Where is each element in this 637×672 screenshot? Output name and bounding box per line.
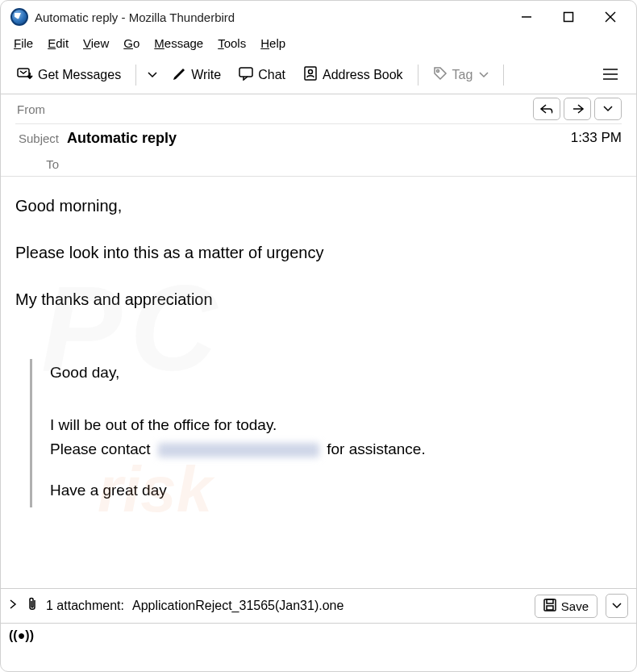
subject-value: Automatic reply <box>67 130 177 147</box>
quoted-line-4: Have a great day <box>50 480 622 502</box>
svg-point-7 <box>309 70 313 74</box>
from-label: From <box>15 102 67 116</box>
main-toolbar: Get Messages Write Chat Address Book Tag <box>1 56 636 94</box>
tag-label: Tag <box>452 68 473 82</box>
chevron-down-icon <box>148 72 157 78</box>
address-book-icon <box>303 66 318 84</box>
message-body: Good morning, Please look into this as a… <box>1 177 636 588</box>
close-button[interactable] <box>589 2 631 32</box>
minimize-button[interactable] <box>506 2 547 32</box>
attachment-filename[interactable]: ApplicationReject_31565(Jan31).one <box>132 599 343 613</box>
body-line-1: Good morning, <box>15 194 622 217</box>
chat-icon <box>239 66 253 84</box>
quoted-reply: Good day, I will be out of the office fo… <box>30 359 622 507</box>
chevron-down-icon <box>479 72 489 78</box>
svg-rect-12 <box>544 599 556 611</box>
svg-point-8 <box>436 70 439 73</box>
chat-button[interactable]: Chat <box>232 61 292 89</box>
status-bar: ((●)) <box>1 623 636 648</box>
pencil-icon <box>172 66 186 84</box>
menu-view[interactable]: View <box>83 36 109 50</box>
thunderbird-app-icon <box>10 8 28 26</box>
forward-button[interactable] <box>564 98 591 120</box>
menu-go[interactable]: Go <box>123 36 139 50</box>
window-title: Automatic reply - Mozilla Thunderbird <box>35 10 235 24</box>
message-time: 1:33 PM <box>571 130 622 146</box>
activity-indicator-icon: ((●)) <box>9 628 34 643</box>
svg-rect-13 <box>547 599 553 603</box>
menu-file[interactable]: File <box>14 36 33 50</box>
body-line-2: Please look into this as a matter of urg… <box>15 241 622 264</box>
attachment-count: 1 attachment: <box>46 599 124 613</box>
svg-rect-14 <box>547 606 553 610</box>
menu-tools[interactable]: Tools <box>218 36 246 50</box>
message-headers: From Subject Automatic reply 1:33 PM To <box>1 94 636 177</box>
tag-button[interactable]: Tag <box>427 61 496 89</box>
svg-rect-1 <box>564 13 573 22</box>
address-book-button[interactable]: Address Book <box>297 61 410 89</box>
expand-attachment-button[interactable] <box>9 599 17 613</box>
save-attachment-button[interactable]: Save <box>535 595 597 618</box>
get-messages-dropdown[interactable] <box>144 67 160 83</box>
write-label: Write <box>191 68 221 82</box>
menu-help[interactable]: Help <box>260 36 285 50</box>
chat-label: Chat <box>258 68 285 82</box>
paperclip-icon <box>25 596 38 616</box>
maximize-button[interactable] <box>547 2 589 32</box>
attachment-bar: 1 attachment: ApplicationReject_31565(Ja… <box>1 588 636 623</box>
save-icon <box>543 599 556 614</box>
quoted-line-3: Please contact for assistance. <box>50 439 622 461</box>
get-messages-label: Get Messages <box>38 68 121 82</box>
svg-rect-5 <box>239 68 252 77</box>
reply-button[interactable] <box>533 98 560 120</box>
menu-edit[interactable]: Edit <box>48 36 69 50</box>
app-menu-button[interactable] <box>594 61 627 89</box>
download-icon <box>17 66 33 84</box>
redacted-contact <box>158 443 319 457</box>
write-button[interactable]: Write <box>165 61 227 89</box>
to-label: To <box>15 157 67 171</box>
menu-message[interactable]: Message <box>154 36 203 50</box>
tag-icon <box>433 66 448 84</box>
menu-bar: File Edit View Go Message Tools Help <box>1 33 636 56</box>
subject-label: Subject <box>15 131 67 145</box>
quoted-line-2: I will be out of the office for today. <box>50 415 622 436</box>
save-label: Save <box>561 599 589 613</box>
address-book-label: Address Book <box>323 68 403 82</box>
get-messages-button[interactable]: Get Messages <box>10 61 127 89</box>
quoted-line-1: Good day, <box>50 362 622 384</box>
body-line-3: My thanks and appreciation <box>15 288 622 311</box>
title-bar: Automatic reply - Mozilla Thunderbird <box>1 1 636 33</box>
svg-rect-4 <box>18 69 29 77</box>
save-dropdown-button[interactable] <box>606 594 628 618</box>
more-actions-button[interactable] <box>594 98 622 120</box>
